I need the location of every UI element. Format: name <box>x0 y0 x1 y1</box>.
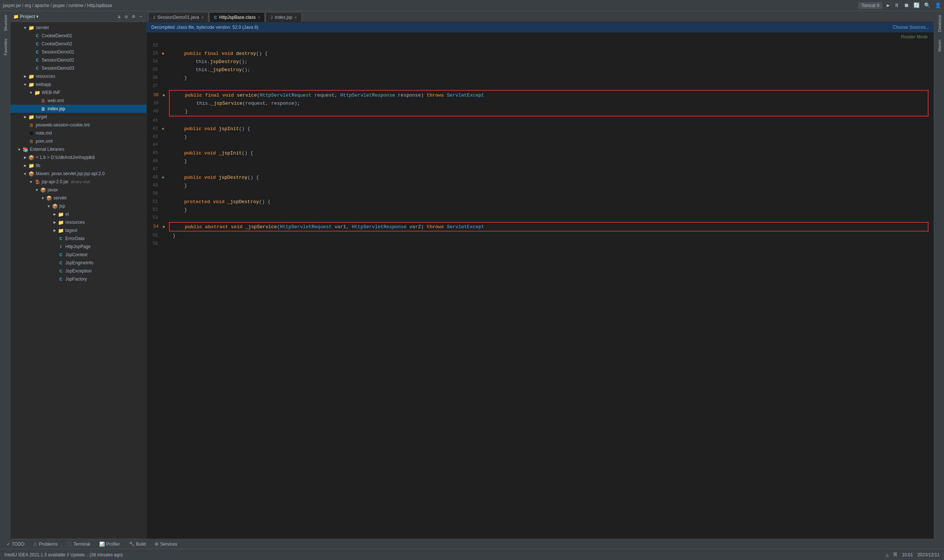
tree-item-target[interactable]: ▶ 📁 target <box>10 113 147 121</box>
line-number: 39 <box>148 101 162 106</box>
tree-item-el-pkg[interactable]: ▶ 📁 el <box>10 210 147 218</box>
tree-item-JspContext[interactable]: C JspContext <box>10 251 147 259</box>
tree-item-jdk18[interactable]: ▶ 📦 < 1.8 > D:\UdkAndJre\hspjdk8 <box>10 153 147 162</box>
line-gutter: ● <box>162 92 170 98</box>
tree-item-lib[interactable]: ▶ 📁 lib <box>10 162 147 169</box>
tree-item-jspapi-jar[interactable]: ▼ 🗜 jsp-api-2.0.jar library root <box>10 178 147 186</box>
code-line-54: 54 ● public abstract void _jspService(Ht… <box>148 223 928 231</box>
tree-item-jsp-pkg[interactable]: ▼ 📦 jsp <box>10 202 147 210</box>
panel-icons: ⇊ ◎ ⚙ — <box>117 13 143 20</box>
stop-icon[interactable]: ⏹ <box>904 3 909 8</box>
search-icon[interactable]: 🔍 <box>924 2 930 8</box>
tree-item-webxml[interactable]: 🗎 web.xml <box>10 97 147 105</box>
tab-SessionDemo01[interactable]: J SessionDemo01.java × <box>148 12 208 22</box>
panel-title: 📁 Project ▾ <box>13 14 39 19</box>
tree-item-CookieDemo02[interactable]: C CookieDemo02 <box>10 40 147 48</box>
code-line-52: 52 } <box>147 206 934 214</box>
tree-item-servlet-pkg[interactable]: ▼ 📦 servlet <box>10 194 147 202</box>
code-line-39: 39 this._jspService(request, response); <box>148 99 928 107</box>
run-icon[interactable]: ▶ <box>887 2 890 8</box>
line-code: } <box>169 233 934 238</box>
code-line-35: 35 this._jspDestroy(); <box>147 66 934 74</box>
line-number: 48 <box>147 175 162 180</box>
bottom-tab-services[interactable]: ⚙ Services <box>151 540 181 548</box>
tree-item-webinf[interactable]: ▼ 📁 WEB-INF <box>10 88 147 97</box>
tree-item-JspException[interactable]: C JspException <box>10 267 147 275</box>
tab-indexjsp[interactable]: J index.jsp × <box>265 12 301 22</box>
tab-bar: J SessionDemo01.java × C HttpJspBase.cla… <box>147 11 934 22</box>
todo-label: TODO <box>12 542 24 547</box>
line-number: 44 <box>147 142 162 148</box>
tree-item-indexjsp[interactable]: 🗎 index.jsp <box>10 105 147 113</box>
tree-item-extlibs[interactable]: ▼ 📚 External Libraries <box>10 145 147 153</box>
line-code: this._jspService(request, response); <box>170 101 928 106</box>
highlight-box-jspservice: 54 ● public abstract void _jspService(Ht… <box>169 222 929 232</box>
clock-icon: 10:01 <box>902 552 913 557</box>
main-layout: Structure Favorites 📁 Project ▾ ⇊ ◎ ⚙ — … <box>0 11 944 549</box>
bottom-tab-profiler[interactable]: 📊 Profiler <box>96 540 124 548</box>
favorites-tab[interactable]: Favorites <box>0 35 10 59</box>
tree-item-javax[interactable]: ▼ 📦 javax <box>10 186 147 194</box>
line-code: } <box>169 158 934 164</box>
database-tab[interactable]: Database <box>934 11 944 36</box>
line-number: 47 <box>147 167 162 172</box>
tree-item-JspEngineInfo[interactable]: C JspEngineInfo <box>10 259 147 267</box>
reload-icon[interactable]: 🔄 <box>913 2 920 8</box>
pause-icon[interactable]: ⏸ <box>894 3 899 8</box>
tree-item-notemd[interactable]: 🗎 note.md <box>10 129 147 137</box>
settings-icon[interactable]: ⚙ <box>131 13 136 20</box>
tree-item-SessionDemo03[interactable]: C SessionDemo03 <box>10 64 147 72</box>
tree-item-webapp[interactable]: ▼ 📁 webapp <box>10 80 147 88</box>
structure-tab[interactable]: Structure <box>0 11 10 35</box>
tab-close-icon-2[interactable]: × <box>258 15 260 20</box>
status-text: IntelliJ IDEA 2021.1.3 available // Upda… <box>5 552 123 557</box>
tree-item-ErrorData[interactable]: C ErrorData <box>10 234 147 243</box>
user-icon[interactable]: 👤 <box>935 2 941 8</box>
bottom-tab-todo[interactable]: ✓ TODO <box>3 540 28 548</box>
profiler-label: Profiler <box>106 542 120 547</box>
breadcrumb: jasper.jar / org / apache / jasper / run… <box>3 3 112 8</box>
line-code: this.jspDestroy(); <box>169 59 934 65</box>
tree-item-maven-jsp[interactable]: ▼ 📦 Maven: javax.servlet.jsp:jsp-api:2.0 <box>10 169 147 178</box>
tomcat-badge[interactable]: Tomcat 9 <box>858 2 882 9</box>
code-line-44: 44 <box>147 141 934 149</box>
tab-java-icon: J <box>153 15 155 20</box>
right-side-tabs: Database Maven <box>934 11 944 549</box>
notify-text: Decompiled .class file, bytecode version… <box>151 25 258 30</box>
line-number: 51 <box>147 199 162 204</box>
tree-item-HttpJspPage[interactable]: I HttpJspPage <box>10 243 147 251</box>
code-editor[interactable]: 32 33 ● public final void destroy() { 34… <box>147 41 934 549</box>
reader-mode-button[interactable]: Reader Mode <box>901 34 928 40</box>
tree-item-pomxml[interactable]: 🗎 pom.xml <box>10 137 147 145</box>
code-line-38: 38 ● public final void service(HttpServl… <box>148 91 928 99</box>
code-line-33: 33 ● public final void destroy() { <box>147 49 934 57</box>
tab-label: HttpJspBase.class <box>219 15 256 20</box>
tab-close-icon-3[interactable]: × <box>295 15 296 20</box>
collapse-all-icon[interactable]: ⇊ <box>117 13 122 20</box>
locate-icon[interactable]: ◎ <box>124 13 129 20</box>
tree-item-CookieDemo01[interactable]: C CookieDemo01 <box>10 32 147 40</box>
tree-item-servlet[interactable]: ▼ 📁 servlet <box>10 24 147 32</box>
notification-icon: △ <box>886 552 888 558</box>
choose-sources-link[interactable]: Choose Sources... <box>893 25 929 30</box>
close-panel-icon[interactable]: — <box>138 13 143 20</box>
bottom-tab-problems[interactable]: ⚠ Problems <box>29 540 61 548</box>
code-line-56: 56 <box>147 240 934 248</box>
tree-item-resources[interactable]: ▶ 📁 resources <box>10 72 147 80</box>
code-line-43: 43 } <box>147 133 934 141</box>
tree-item-tagext-pkg[interactable]: ▶ 📁 tagext <box>10 226 147 234</box>
tree-item-resources-pkg[interactable]: ▶ 📁 resources <box>10 218 147 226</box>
bottom-tab-build[interactable]: 🔨 Build <box>125 540 150 548</box>
tab-close-icon[interactable]: × <box>201 15 204 20</box>
tree-item-JspFactory[interactable]: C JspFactory <box>10 275 147 283</box>
tab-HttpJspBase[interactable]: C HttpJspBase.class × <box>209 12 265 22</box>
line-gutter: ● <box>162 175 169 180</box>
bottom-tab-terminal[interactable]: ⬛ Terminal <box>63 540 94 548</box>
maven-tab[interactable]: Maven <box>934 36 944 55</box>
line-number: 35 <box>147 67 162 72</box>
tree-item-iml[interactable]: 🗎 javaweb-session-cookie.iml <box>10 121 147 129</box>
tree-item-SessionDemo02[interactable]: C SessionDemo02 <box>10 56 147 64</box>
line-number: 36 <box>147 75 162 80</box>
tree-item-SessionDemo01[interactable]: C SessionDemo01 <box>10 48 147 56</box>
lang-icon[interactable]: 英 <box>893 552 898 558</box>
